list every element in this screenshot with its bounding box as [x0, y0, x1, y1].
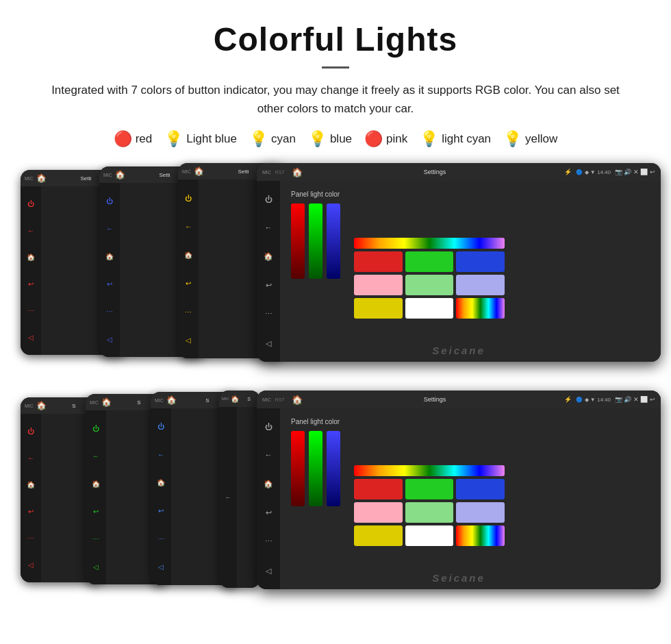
lightcyan-bulb-icon: 💡 [420, 130, 438, 148]
page-title: Colorful Lights [21, 21, 650, 58]
pink-bulb-icon: 🔴 [364, 130, 383, 148]
color-label-cyan: cyan [271, 132, 296, 146]
yellow-bulb-icon: 💡 [503, 130, 522, 148]
panel-light-color-label-2: Panel light color [291, 418, 340, 425]
color-label-pink: pink [386, 132, 407, 146]
device-panel-b4: MIC 🏠 S ← [219, 391, 260, 588]
watermark-1: Seicane [432, 345, 485, 356]
color-label-lightblue: Light blue [186, 132, 237, 146]
page-wrapper: Colorful Lights Integrated with 7 colors… [0, 0, 671, 617]
color-item-lightblue: 💡 Light blue [164, 130, 237, 148]
settings-label-1: Settings [309, 169, 561, 175]
color-item-blue: 💡 blue [308, 130, 352, 148]
color-label-blue: blue [330, 132, 352, 146]
color-label-red: red [136, 132, 153, 146]
color-label-lightcyan: light cyan [442, 132, 491, 146]
lightblue-bulb-icon: 💡 [164, 130, 183, 148]
description-text: Integrated with 7 colors of button indic… [21, 81, 650, 118]
color-item-yellow: 💡 yellow [503, 130, 557, 148]
color-item-lightcyan: 💡 light cyan [420, 130, 491, 148]
device-group-2: MIC 🏠 S ⏻ ← 🏠 ↩ ⋯ ◁ [21, 391, 650, 596]
blue-bulb-icon: 💡 [308, 130, 327, 148]
color-item-red: 🔴 red [114, 130, 153, 148]
devices-section: MIC 🏠 Setti ⏻ ← 🏠 ↩ ⋯ ◁ [21, 163, 650, 596]
title-divider [322, 66, 349, 69]
device-panel-main-1: MIC RST 🏠 Settings ⚡ 🔵 ◆ ▼ 14:40 📷 🔊 ✕ ⬜… [257, 163, 661, 362]
settings-label-2: Settings [309, 396, 561, 403]
watermark-2: Seicane [432, 572, 485, 584]
color-indicator-row: 🔴 red 💡 Light blue 💡 cyan 💡 blue 🔴 pink … [21, 130, 650, 148]
color-label-yellow: yellow [525, 132, 557, 146]
panel-light-color-label-1: Panel light color [291, 190, 340, 198]
device-group-1: MIC 🏠 Setti ⏻ ← 🏠 ↩ ⋯ ◁ [21, 163, 650, 369]
color-item-pink: 🔴 pink [364, 130, 407, 148]
red-bulb-icon: 🔴 [114, 130, 132, 148]
color-item-cyan: 💡 cyan [249, 130, 296, 148]
cyan-bulb-icon: 💡 [249, 130, 268, 148]
device-panel-main-2: MIC RST 🏠 Settings ⚡ 🔵 ◆ ▼ 14:40 📷 🔊 ✕ ⬜… [257, 391, 661, 589]
